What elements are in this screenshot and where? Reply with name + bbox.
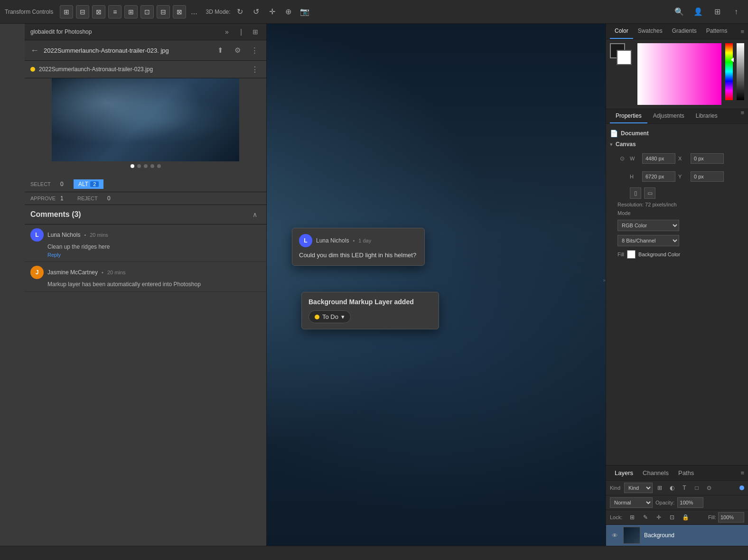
smart-filter-icon[interactable]: ⊙ xyxy=(704,483,714,493)
pixel-filter-icon[interactable]: ⊞ xyxy=(654,483,665,493)
3d-move-btn[interactable]: ✛ xyxy=(266,5,279,19)
canvas-properties: ⊙ W X H Y ▯ ▭ xyxy=(610,149,744,261)
hue-indicator xyxy=(731,57,734,62)
color-panel: Color Swatches Gradients Patterns ≡ xyxy=(606,24,748,109)
properties-sub-tab[interactable]: Properties xyxy=(610,109,647,123)
todo-dot xyxy=(315,315,319,319)
comment-time-1: • xyxy=(84,232,86,238)
upload-icon[interactable]: ⬆ xyxy=(214,44,226,56)
layer-visibility-icon[interactable]: 👁 xyxy=(610,531,619,540)
comment-time-val-2: 20 mins xyxy=(107,270,126,275)
document-section[interactable]: 📄 Document xyxy=(610,128,744,139)
swatches-tab[interactable]: Swatches xyxy=(633,24,667,39)
expand-icon[interactable]: » xyxy=(222,27,232,37)
patterns-tab[interactable]: Patterns xyxy=(701,24,732,39)
preview-dot-1[interactable] xyxy=(131,164,134,168)
align-bottom-btn[interactable]: ⊟ xyxy=(157,5,170,19)
distribute-btn[interactable]: ⊡ xyxy=(140,5,154,19)
lock-move-btn[interactable]: ✛ xyxy=(654,512,664,523)
layers-panel-menu[interactable]: ≡ xyxy=(740,469,744,476)
resize-icon[interactable]: ⊞ xyxy=(250,27,261,37)
canvas-width-input[interactable] xyxy=(642,153,675,164)
lock-edit-btn[interactable]: ✎ xyxy=(640,512,651,523)
status-dot xyxy=(30,67,35,72)
preview-dot-3[interactable] xyxy=(144,164,148,168)
adjustments-sub-tab[interactable]: Adjustments xyxy=(647,109,690,123)
fill-swatch[interactable] xyxy=(627,250,636,259)
color-tab[interactable]: Color xyxy=(610,24,633,39)
file-name: 2022Summerlaunch-Astronaut-trailer-023. … xyxy=(44,47,209,54)
back-button[interactable]: ← xyxy=(30,46,39,56)
align-top-btn[interactable]: ≡ xyxy=(108,5,122,19)
shape-filter-icon[interactable]: □ xyxy=(692,483,702,493)
layers-tab[interactable]: Layers xyxy=(610,466,638,480)
paths-tab[interactable]: Paths xyxy=(673,466,699,480)
libraries-sub-tab[interactable]: Libraries xyxy=(690,109,723,123)
canvas-label: Canvas xyxy=(616,141,636,148)
opacity-input[interactable] xyxy=(677,497,703,508)
lightness-bar[interactable] xyxy=(737,43,744,100)
search-icon-btn[interactable]: 🔍 xyxy=(672,5,686,19)
file-more-btn[interactable]: ⋮ xyxy=(249,64,261,75)
type-filter-icon[interactable]: T xyxy=(679,483,690,493)
todo-button[interactable]: To Do ▾ xyxy=(309,310,351,323)
reply-btn-1[interactable]: Reply xyxy=(30,250,261,258)
adjustment-filter-icon[interactable]: ◐ xyxy=(667,483,677,493)
preview-dots xyxy=(131,161,161,171)
align-center-btn[interactable]: ⊟ xyxy=(76,5,89,19)
preview-dot-5[interactable] xyxy=(157,164,161,168)
preview-dot-2[interactable] xyxy=(137,164,141,168)
3d-camera-btn[interactable]: 📷 xyxy=(298,5,311,19)
3d-orbit-btn[interactable]: ⊕ xyxy=(282,5,295,19)
collapse-comments-btn[interactable]: ∧ xyxy=(249,209,261,220)
user-icon-btn[interactable]: 👤 xyxy=(691,5,705,19)
landscape-btn[interactable]: ▭ xyxy=(644,187,655,199)
hue-spectrum-bar[interactable] xyxy=(725,43,733,100)
comment-item-2: J Jasmine McCartney • 20 mins Markup lay… xyxy=(25,262,266,292)
gradients-tab[interactable]: Gradients xyxy=(667,24,701,39)
bits-select-row: 8 Bits/Channel xyxy=(617,233,744,248)
lock-artboard-btn[interactable]: ⊡ xyxy=(667,512,677,523)
color-saturation-area[interactable] xyxy=(637,43,721,105)
canvas-section-header[interactable]: ▾ Canvas xyxy=(610,139,744,149)
status-bar xyxy=(0,546,748,560)
mode-select-row: RGB Color xyxy=(617,218,744,233)
3d-pan-btn[interactable]: ↺ xyxy=(250,5,263,19)
select-count: 0 xyxy=(60,181,70,187)
comment-author-1: Luna Nichols xyxy=(47,232,80,238)
filter-active-dot xyxy=(739,485,744,490)
x-label: X xyxy=(678,156,688,161)
align-left-btn[interactable]: ⊞ xyxy=(60,5,73,19)
background-color-swatch[interactable] xyxy=(617,50,632,65)
fill-input[interactable] xyxy=(718,512,744,523)
background-layer-item[interactable]: 👁 Background xyxy=(606,525,748,546)
properties-panel-menu[interactable]: ≡ xyxy=(740,109,744,123)
blend-mode-select[interactable]: Normal xyxy=(610,497,653,508)
portrait-btn[interactable]: ▯ xyxy=(630,187,641,199)
3d-rotate-btn[interactable]: ↻ xyxy=(234,5,247,19)
right-panel-collapse[interactable]: » xyxy=(603,278,606,283)
right-panel: Color Swatches Gradients Patterns ≡ xyxy=(606,24,748,546)
align-right-btn[interactable]: ⊠ xyxy=(92,5,105,19)
more-icon[interactable]: ⋮ xyxy=(248,44,261,56)
channels-tab[interactable]: Channels xyxy=(638,466,673,480)
settings-icon[interactable]: ⚙ xyxy=(231,44,243,56)
preview-dot-4[interactable] xyxy=(150,164,154,168)
approve-count: 1 xyxy=(60,195,70,202)
color-panel-menu[interactable]: ≡ xyxy=(740,28,744,35)
kind-select[interactable]: Kind xyxy=(624,483,653,493)
align-middle-btn[interactable]: ⊞ xyxy=(124,5,138,19)
lock-all-btn[interactable]: 🔒 xyxy=(680,512,691,523)
distribute2-btn[interactable]: ⊠ xyxy=(173,5,186,19)
bits-select[interactable]: 8 Bits/Channel xyxy=(617,235,679,246)
canvas-height-input[interactable] xyxy=(642,171,675,182)
canvas-y-input[interactable] xyxy=(691,171,724,182)
layout-icon-btn[interactable]: ⊞ xyxy=(710,5,724,19)
lock-pixels-btn[interactable]: ⊞ xyxy=(627,512,637,523)
mode-select[interactable]: RGB Color xyxy=(617,220,679,231)
share-icon-btn[interactable]: ↑ xyxy=(729,5,743,19)
more-options-btn[interactable]: ... xyxy=(189,6,199,18)
alt-button[interactable]: ALT 2 xyxy=(74,179,103,189)
layers-filter-toolbar: Kind Kind ⊞ ◐ T □ ⊙ xyxy=(606,481,748,495)
canvas-x-input[interactable] xyxy=(691,153,724,164)
